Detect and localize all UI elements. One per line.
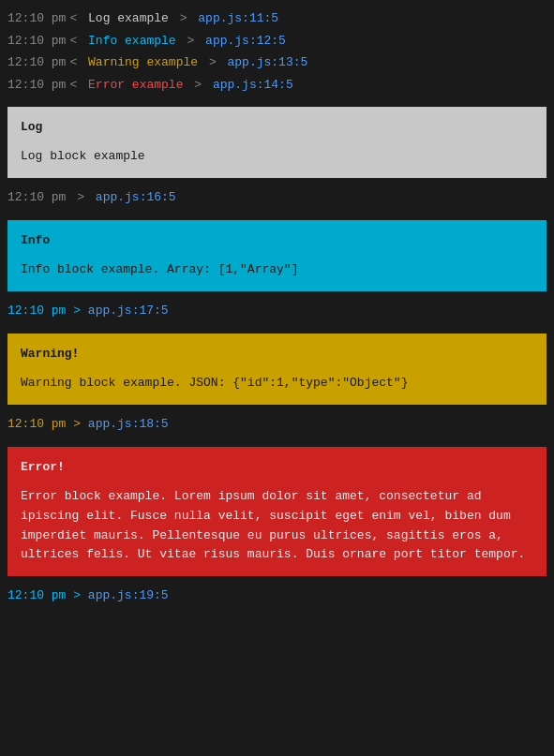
- error-ref-arrow: >: [66, 586, 81, 605]
- warning-block-title: Warning!: [21, 345, 533, 364]
- msg-warning-text: Warning example: [88, 53, 198, 72]
- time-error: 12:10 pm: [7, 76, 66, 95]
- console-warning-line: 12:10 pm < Warning example > app.js:13:5: [0, 52, 554, 74]
- arrow-right-log: >: [172, 9, 187, 28]
- info-file-ref-line: 12:10 pm > app.js:17:5: [0, 299, 554, 323]
- file-error[interactable]: app.js:14:5: [205, 76, 293, 95]
- msg-error-text: Error example: [88, 76, 183, 95]
- log-ref-file[interactable]: app.js:16:5: [88, 188, 176, 207]
- error-block-title: Error!: [21, 458, 533, 478]
- msg-log-text: Log example: [88, 9, 169, 28]
- log-block-body: Log block example: [21, 147, 533, 167]
- info-ref-time: 12:10 pm: [7, 302, 66, 320]
- msg-info-text: Info example: [88, 32, 176, 51]
- log-ref-arrow: >: [69, 188, 84, 207]
- console-error-line: 12:10 pm < Error example > app.js:14:5: [0, 74, 554, 96]
- arrow-right-error: >: [187, 76, 202, 95]
- console-log-line: 12:10 pm < Log example > app.js:11:5: [0, 7, 554, 30]
- info-block-title: Info: [21, 231, 533, 251]
- file-info[interactable]: app.js:12:5: [198, 32, 286, 51]
- message-warning: [81, 53, 88, 72]
- message-error: [81, 76, 88, 95]
- warning-block-body: Warning block example. JSON: {"id":1,"ty…: [21, 374, 533, 393]
- error-block-body: Error block example. Lorem ipsum dolor s…: [21, 487, 533, 565]
- warning-block: Warning! Warning block example. JSON: {"…: [7, 334, 547, 405]
- message-info: [81, 32, 88, 51]
- info-ref-file[interactable]: app.js:17:5: [81, 302, 169, 320]
- time-log: 12:10 pm: [7, 9, 66, 28]
- log-block-title: Log: [21, 118, 533, 138]
- log-block: Log Log block example: [7, 107, 547, 178]
- warning-ref-time: 12:10 pm: [7, 415, 66, 434]
- arrow-right-info: >: [180, 32, 195, 51]
- error-block: Error! Error block example. Lorem ipsum …: [7, 447, 547, 576]
- console-info-line: 12:10 pm < Info example > app.js:12:5: [0, 30, 554, 52]
- file-warning[interactable]: app.js:13:5: [220, 53, 308, 72]
- info-block: Info Info block example. Array: [1,"Arra…: [7, 220, 547, 291]
- arrow-left-info: <: [69, 32, 77, 51]
- info-ref-arrow: >: [66, 302, 81, 320]
- warning-ref-arrow: >: [66, 415, 81, 434]
- error-file-ref-line: 12:10 pm > app.js:19:5: [0, 584, 554, 608]
- time-info: 12:10 pm: [7, 32, 66, 51]
- log-ref-time: 12:10 pm: [7, 188, 66, 207]
- message-log: [81, 9, 88, 28]
- info-block-body: Info block example. Array: [1,"Array"]: [21, 260, 533, 280]
- log-file-ref-line: 12:10 pm > app.js:16:5: [0, 185, 554, 210]
- arrow-right-warning: >: [202, 53, 217, 72]
- warning-ref-file[interactable]: app.js:18:5: [81, 415, 169, 434]
- error-ref-time: 12:10 pm: [7, 586, 66, 605]
- time-warning: 12:10 pm: [7, 53, 66, 72]
- arrow-left-log: <: [69, 9, 77, 28]
- file-log[interactable]: app.js:11:5: [190, 9, 278, 28]
- warning-file-ref-line: 12:10 pm > app.js:18:5: [0, 412, 554, 437]
- arrow-left-error: <: [69, 76, 77, 95]
- error-ref-file[interactable]: app.js:19:5: [81, 586, 169, 605]
- arrow-left-warning: <: [69, 53, 77, 72]
